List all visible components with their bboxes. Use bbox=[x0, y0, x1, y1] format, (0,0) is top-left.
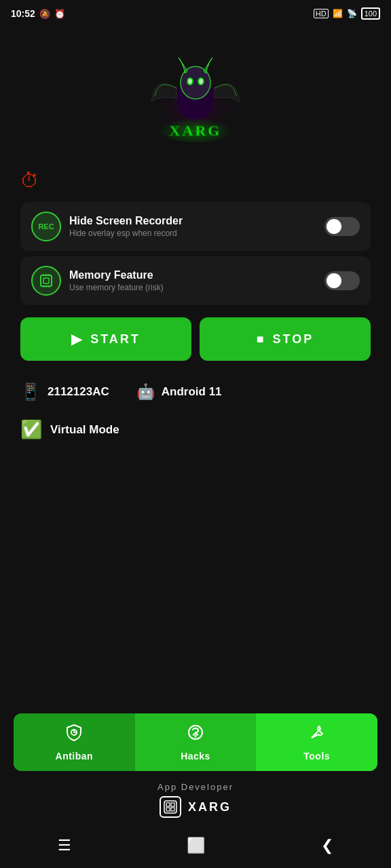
svg-rect-11 bbox=[43, 278, 49, 283]
nav-item-antiban[interactable]: Antiban bbox=[14, 713, 135, 771]
android-home-button[interactable]: ⬜ bbox=[173, 833, 219, 859]
feature-desc-1: Hide overlay esp when record bbox=[69, 229, 183, 238]
toggle-hide-recorder[interactable] bbox=[324, 217, 360, 236]
stop-button[interactable]: ■ STOP bbox=[200, 317, 371, 361]
toggle-memory-feature[interactable] bbox=[324, 271, 360, 290]
spacer bbox=[0, 581, 391, 707]
info-row: 📱 2112123AC 🤖 Android 11 bbox=[20, 373, 371, 411]
start-label: START bbox=[90, 332, 141, 347]
hacks-label: Hacks bbox=[181, 751, 210, 762]
svg-point-9 bbox=[158, 115, 233, 142]
button-row: ▶ START ■ STOP bbox=[20, 317, 371, 361]
android-icon: 🤖 bbox=[136, 383, 155, 401]
logo-area: XARG bbox=[0, 27, 391, 156]
phone-icon: 📱 bbox=[20, 382, 41, 401]
svg-point-20 bbox=[195, 736, 197, 738]
status-left: 10:52 🔕 ⏰ bbox=[11, 8, 65, 19]
feature-title-2: Memory Feature bbox=[69, 269, 164, 281]
virtual-mode-row: ✅ Virtual Mode bbox=[20, 411, 371, 448]
signal-icon: 📶 bbox=[333, 9, 343, 18]
stop-icon: ■ bbox=[257, 332, 266, 347]
shield-check-icon: ✅ bbox=[20, 419, 42, 440]
tools-label: Tools bbox=[303, 751, 330, 762]
feature-left-1: REC Hide Screen Recorder Hide overlay es… bbox=[31, 212, 183, 241]
device-id-item: 📱 2112123AC bbox=[20, 382, 109, 401]
play-icon: ▶ bbox=[71, 331, 83, 347]
mute-icon: 🔕 bbox=[39, 9, 50, 19]
svg-point-6 bbox=[199, 79, 203, 84]
main-content: ⏱ REC Hide Screen Recorder Hide overlay … bbox=[0, 156, 391, 581]
feature-left-2: Memory Feature Use memory feature (risk) bbox=[31, 266, 164, 296]
status-right: HD 📶 📡 100 bbox=[314, 7, 380, 20]
tools-icon bbox=[308, 723, 327, 747]
developer-section: App Developer XARG bbox=[0, 771, 391, 823]
svg-point-5 bbox=[188, 79, 192, 84]
timer-icon: ⏱ bbox=[20, 170, 39, 191]
logo-svg: XARG bbox=[141, 41, 250, 149]
svg-rect-23 bbox=[166, 803, 170, 806]
android-back-button[interactable]: ❮ bbox=[308, 833, 347, 859]
stop-label: STOP bbox=[273, 332, 314, 347]
timer-row: ⏱ bbox=[20, 163, 371, 202]
svg-rect-10 bbox=[41, 275, 52, 286]
battery-icon: 100 bbox=[361, 7, 380, 20]
nav-item-hacks[interactable]: Hacks bbox=[135, 713, 257, 771]
android-menu-button[interactable]: ☰ bbox=[44, 833, 85, 859]
nav-item-tools[interactable]: Tools bbox=[256, 713, 377, 771]
time-display: 10:52 bbox=[11, 8, 35, 19]
feature-text-2: Memory Feature Use memory feature (risk) bbox=[69, 269, 164, 292]
developer-brand: XARG bbox=[160, 796, 231, 818]
wifi-icon: 📡 bbox=[347, 9, 357, 18]
antiban-label: Antiban bbox=[56, 751, 94, 762]
antiban-icon bbox=[64, 723, 83, 747]
bottom-nav: Antiban Hacks Tools bbox=[14, 713, 377, 771]
memory-icon bbox=[31, 266, 61, 296]
svg-rect-25 bbox=[166, 808, 170, 811]
start-button[interactable]: ▶ START bbox=[20, 317, 191, 361]
brand-icon bbox=[160, 796, 181, 818]
alarm-icon: ⏰ bbox=[54, 9, 65, 19]
hd-icon: HD bbox=[314, 9, 329, 18]
memory-feature-card: Memory Feature Use memory feature (risk) bbox=[20, 256, 371, 305]
svg-rect-24 bbox=[171, 803, 174, 806]
hacks-icon bbox=[186, 723, 205, 747]
rec-icon: REC bbox=[31, 212, 61, 241]
virtual-mode-label: Virtual Mode bbox=[50, 423, 119, 437]
logo-container: XARG bbox=[141, 41, 250, 149]
developer-label: App Developer bbox=[157, 782, 234, 792]
feature-text-1: Hide Screen Recorder Hide overlay esp wh… bbox=[69, 215, 183, 238]
android-version-text: Android 11 bbox=[162, 385, 222, 399]
feature-title-1: Hide Screen Recorder bbox=[69, 215, 183, 227]
android-version-item: 🤖 Android 11 bbox=[136, 383, 222, 401]
brand-name: XARG bbox=[188, 800, 231, 814]
feature-desc-2: Use memory feature (risk) bbox=[69, 283, 164, 292]
android-nav-bar: ☰ ⬜ ❮ bbox=[0, 823, 391, 868]
device-id-text: 2112123AC bbox=[48, 385, 109, 399]
status-bar: 10:52 🔕 ⏰ HD 📶 📡 100 bbox=[0, 0, 391, 27]
svg-rect-26 bbox=[171, 808, 174, 811]
hide-screen-recorder-card: REC Hide Screen Recorder Hide overlay es… bbox=[20, 202, 371, 251]
